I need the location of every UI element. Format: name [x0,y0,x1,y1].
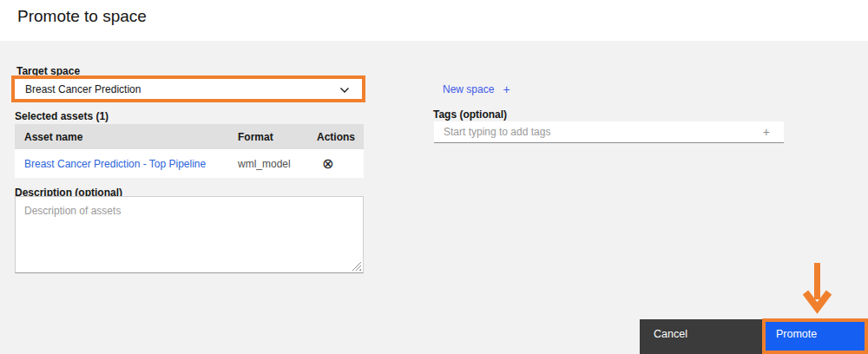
target-space-selected-value: Breast Cancer Prediction [25,83,141,95]
asset-format-value: wml_model [238,158,311,170]
plus-icon: + [503,82,510,96]
tags-input-wrapper: + [434,121,784,143]
selected-assets-table: Asset name Format Actions Breast Cancer … [15,124,364,178]
column-header-format: Format [238,131,311,143]
new-space-link[interactable]: New space + [443,82,510,96]
promote-button[interactable]: Promote [766,322,865,351]
table-row: Breast Cancer Prediction - Top Pipeline … [15,149,364,178]
column-header-actions: Actions [311,131,354,143]
cancel-button[interactable]: Cancel [640,319,762,354]
chevron-down-icon [339,82,350,97]
new-space-link-label: New space [443,83,494,95]
table-header-row: Asset name Format Actions [15,124,364,149]
annotation-highlight-promote: Promote [762,318,868,354]
tags-input[interactable] [434,121,763,142]
description-textarea[interactable] [15,196,364,273]
remove-asset-icon[interactable]: ⊗ [317,157,333,171]
selected-assets-heading: Selected assets (1) [15,110,108,122]
add-tag-icon[interactable]: + [763,125,784,139]
asset-name-link[interactable]: Breast Cancer Prediction - Top Pipeline [15,158,238,170]
target-space-dropdown[interactable]: Breast Cancer Prediction [11,75,365,102]
tags-label: Tags (optional) [433,108,507,121]
column-header-asset-name: Asset name [15,131,238,143]
page-title: Promote to space [17,7,147,26]
